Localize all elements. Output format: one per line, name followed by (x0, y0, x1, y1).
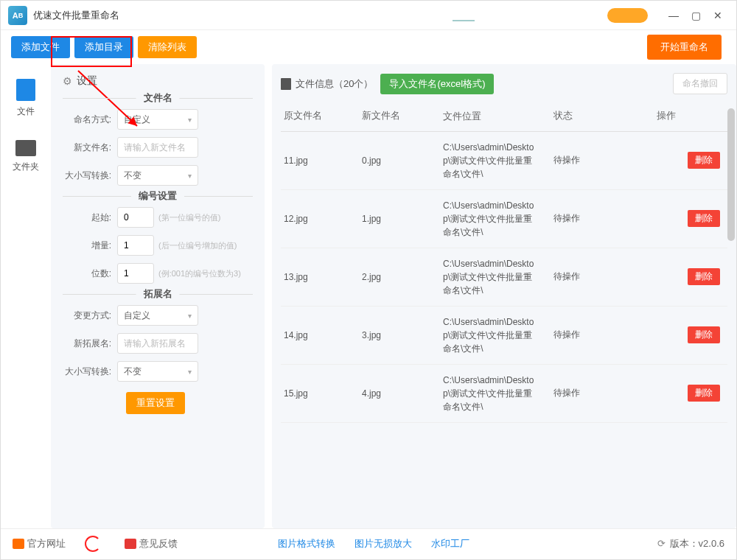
settings-panel: ⚙ 设置 文件名 命名方式: 自定义▾ 新文件名: 大小写转换: 不变▾ 编号设… (51, 64, 265, 528)
new-ext-label: 新拓展名: (63, 337, 111, 350)
settings-header: ⚙ 设置 (63, 74, 253, 88)
decorative-icon (453, 10, 475, 21)
version-label: 版本： (670, 537, 699, 550)
minimize-button[interactable]: — (663, 4, 685, 27)
cell-status: 待操作 (539, 387, 627, 399)
cell-status: 待操作 (539, 154, 627, 167)
feedback-icon (125, 539, 136, 549)
table-row: 11.jpg0.jpgC:\Users\admin\Desktop\测试文件\文… (281, 132, 727, 190)
folder-icon (15, 140, 36, 156)
titlebar: AB 优速文件批量重命名 — ▢ ✕ (1, 1, 736, 30)
ext-mode-select[interactable]: 自定义▾ (117, 305, 198, 326)
cell-status: 待操作 (539, 329, 627, 341)
app-title: 优速文件批量重命名 (33, 9, 119, 22)
img-enlarge-link[interactable]: 图片无损放大 (354, 537, 412, 550)
cell-path: C:\Users\admin\Desktop\测试文件\文件批量重命名\文件\ (443, 315, 539, 355)
col-path: 文件位置 (443, 109, 539, 124)
ext-case-select[interactable]: 不变▾ (117, 361, 198, 382)
watermark-link[interactable]: 水印工厂 (431, 537, 469, 550)
cell-path: C:\Users\admin\Desktop\测试文件\文件批量重命名\文件\ (443, 257, 539, 297)
sidebar: 文件 文件夹 (1, 64, 51, 528)
table-row: 15.jpg4.jpgC:\Users\admin\Desktop\测试文件\文… (281, 365, 727, 423)
step-hint: (后一位编号增加的值) (158, 240, 237, 251)
section-ext-title: 拓展名 (136, 287, 180, 301)
delete-row-button[interactable]: 删除 (688, 326, 720, 343)
table-header: 原文件名 新文件名 文件位置 状态 操作 (281, 102, 727, 132)
cell-path: C:\Users\admin\Desktop\测试文件\文件批量重命名\文件\ (443, 141, 539, 181)
cell-orig: 11.jpg (281, 155, 362, 166)
cell-status: 待操作 (539, 270, 627, 283)
file-icon (281, 78, 291, 90)
new-filename-input[interactable] (117, 137, 198, 158)
section-number-title: 编号设置 (131, 189, 184, 203)
cell-new: 4.jpg (362, 388, 443, 399)
table-row: 14.jpg3.jpgC:\Users\admin\Desktop\测试文件\文… (281, 307, 727, 365)
table-body[interactable]: 11.jpg0.jpgC:\Users\admin\Desktop\测试文件\文… (281, 132, 727, 515)
spinner-icon (85, 536, 101, 552)
reset-settings-button[interactable]: 重置设置 (126, 392, 185, 414)
sidebar-item-label: 文件 (17, 105, 35, 118)
scrollbar[interactable] (727, 108, 735, 241)
undo-rename-button[interactable]: 命名撤回 (673, 73, 727, 94)
maximize-button[interactable]: ▢ (685, 4, 707, 27)
naming-mode-label: 命名方式: (63, 113, 111, 126)
feedback-link[interactable]: 意见反馈 (125, 537, 178, 550)
add-file-button[interactable]: 添加文件 (11, 36, 70, 58)
file-info-header: 文件信息（20个） (296, 77, 373, 91)
step-label: 增量: (63, 239, 111, 252)
file-icon (16, 79, 35, 101)
col-status: 状态 (539, 109, 627, 124)
naming-mode-select[interactable]: 自定义▾ (117, 109, 198, 130)
loading-indicator (85, 536, 105, 552)
import-excel-button[interactable]: 导入文件名(excel格式) (380, 74, 494, 94)
website-icon (13, 539, 24, 549)
step-input[interactable] (117, 235, 154, 256)
digits-input[interactable] (117, 263, 154, 284)
section-filename-title: 文件名 (136, 91, 180, 105)
img-format-link[interactable]: 图片格式转换 (278, 537, 335, 550)
cell-new: 1.jpg (362, 214, 443, 224)
digits-hint: (例:001的编号位数为3) (158, 268, 241, 279)
cell-path: C:\Users\admin\Desktop\测试文件\文件批量重命名\文件\ (443, 199, 539, 239)
add-dir-button[interactable]: 添加目录 (74, 36, 133, 58)
close-button[interactable]: ✕ (707, 4, 729, 27)
digits-label: 位数: (63, 267, 111, 280)
clear-list-button[interactable]: 清除列表 (138, 36, 197, 58)
start-input[interactable] (117, 207, 154, 228)
start-hint: (第一位编号的值) (158, 212, 220, 223)
cell-orig: 14.jpg (281, 330, 362, 340)
footer: 官方网址 意见反馈 图片格式转换 图片无损放大 水印工厂 ⟳ 版本： v2.0.… (1, 528, 736, 558)
refresh-icon[interactable]: ⟳ (657, 538, 666, 549)
new-filename-label: 新文件名: (63, 141, 111, 154)
col-action: 操作 (627, 109, 727, 124)
toolbar: 添加文件 添加目录 清除列表 开始重命名 (1, 30, 736, 64)
delete-row-button[interactable]: 删除 (688, 385, 720, 402)
start-label: 起始: (63, 211, 111, 224)
cell-new: 3.jpg (362, 330, 443, 340)
col-orig: 原文件名 (281, 109, 362, 124)
new-ext-input[interactable] (117, 333, 198, 354)
app-logo-icon: AB (8, 6, 27, 25)
delete-row-button[interactable]: 删除 (688, 210, 720, 227)
gear-icon: ⚙ (63, 75, 72, 87)
sidebar-item-folder[interactable]: 文件夹 (1, 140, 51, 173)
sidebar-item-file[interactable]: 文件 (1, 79, 51, 118)
table-row: 13.jpg2.jpgC:\Users\admin\Desktop\测试文件\文… (281, 248, 727, 307)
sidebar-item-label: 文件夹 (13, 161, 39, 173)
cell-status: 待操作 (539, 212, 627, 225)
ext-case-label: 大小写转换: (63, 365, 111, 378)
vip-badge[interactable] (607, 8, 648, 23)
case-select[interactable]: 不变▾ (117, 165, 198, 186)
cell-new: 0.jpg (362, 155, 443, 166)
official-site-link[interactable]: 官方网址 (13, 537, 66, 550)
cell-new: 2.jpg (362, 272, 443, 282)
delete-row-button[interactable]: 删除 (688, 152, 720, 169)
start-rename-button[interactable]: 开始重命名 (647, 35, 722, 60)
ext-mode-label: 变更方式: (63, 309, 111, 322)
chevron-down-icon: ▾ (188, 116, 192, 124)
delete-row-button[interactable]: 删除 (688, 268, 720, 285)
file-list-panel: 文件信息（20个） 导入文件名(excel格式) 命名撤回 原文件名 新文件名 … (272, 64, 736, 528)
chevron-down-icon: ▾ (188, 368, 192, 376)
cell-orig: 13.jpg (281, 272, 362, 282)
case-label: 大小写转换: (63, 169, 111, 182)
